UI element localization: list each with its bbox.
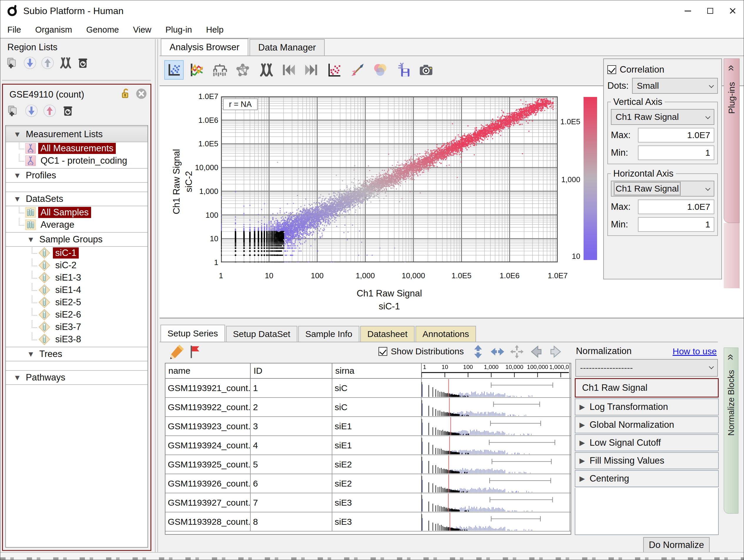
expand-vertical-icon[interactable] (471, 344, 486, 359)
tree-item-sic-1[interactable]: siC-1 (6, 247, 148, 259)
normalization-step-global-normalization[interactable]: ▶Global Normalization (575, 416, 719, 433)
export-icon[interactable] (394, 60, 413, 80)
move-all-icon[interactable] (509, 344, 524, 359)
menu-item-genome[interactable]: Genome (79, 25, 126, 35)
vertical-max-input[interactable]: 1.0E7 (638, 128, 714, 143)
close-panel-icon[interactable] (135, 87, 148, 100)
tree-item-sie3-7[interactable]: siE3-7 (6, 321, 148, 333)
skip-start-icon[interactable] (279, 60, 298, 80)
line-chart-icon[interactable] (187, 60, 207, 80)
x-tick-label: 1 (200, 271, 241, 280)
maximize-button[interactable] (699, 0, 721, 22)
vertical-axis-select[interactable]: Ch1 Raw Signal (611, 109, 714, 125)
move-down-icon[interactable] (25, 104, 38, 117)
tab-setup-dataset[interactable]: Setup DataSet (226, 326, 297, 342)
flag-icon[interactable] (187, 344, 203, 359)
how-to-use-link[interactable]: How to use (673, 346, 717, 357)
horizontal-max-input[interactable]: 1.0E7 (638, 199, 714, 214)
show-distributions-checkbox[interactable] (378, 347, 387, 356)
normalization-step-fill-missing-values[interactable]: ▶Fill Missing Values (575, 452, 719, 469)
tree-section-measurement-lists[interactable]: ▼Measurement Lists (6, 126, 148, 142)
table-row[interactable]: GSM1193924_count....4siE1 (165, 436, 571, 455)
tab-sample-info[interactable]: Sample Info (298, 326, 359, 342)
table-row[interactable]: GSM1193922_count....2siC (165, 398, 571, 417)
normalization-step-ch1-raw-signal[interactable]: Ch1 Raw Signal (575, 378, 719, 398)
add-list-icon[interactable] (6, 56, 19, 70)
menu-item-file[interactable]: File (0, 25, 28, 35)
chromosome-cut-icon[interactable] (59, 56, 72, 70)
scatter-red-icon[interactable] (325, 60, 344, 80)
tree-item-qc1-protein-coding[interactable]: QC1 - protein_coding (6, 154, 148, 167)
tree-section-profiles[interactable]: ▼Profiles (6, 168, 148, 183)
tree-section-pathways[interactable]: ▼Pathways (6, 370, 148, 385)
move-up-pink-icon[interactable] (43, 104, 57, 117)
tab-data-manager[interactable]: Data Manager (250, 39, 325, 55)
tab-setup-series[interactable]: Setup Series (160, 325, 225, 342)
dendrogram-icon[interactable] (210, 60, 229, 80)
scatter-plot-icon[interactable] (164, 60, 184, 80)
trash-icon[interactable] (76, 56, 89, 70)
tree-item-sie1-4[interactable]: siE1-4 (6, 284, 148, 296)
tree-item-all-samples[interactable]: All Samples (6, 206, 148, 219)
correlation-checkbox[interactable] (607, 65, 616, 74)
normalization-step-centering[interactable]: ▶Centering (575, 470, 719, 487)
column-header-sirna[interactable]: sirna (332, 364, 422, 378)
tab-annotations[interactable]: Annotations (415, 326, 476, 342)
prev-icon[interactable] (529, 344, 544, 359)
plugins-tab[interactable]: « Plug-ins (724, 59, 740, 223)
tree-item-sie2-6[interactable]: siE2-6 (6, 308, 148, 321)
tree-item-average[interactable]: Average (6, 219, 148, 231)
menu-item-view[interactable]: View (126, 25, 158, 35)
tree-item-all-measurements[interactable]: All Measurements (6, 142, 148, 154)
venn-icon[interactable] (371, 60, 390, 80)
collapse-chevron-icon: « (725, 65, 738, 71)
menu-item-organism[interactable]: Organism (28, 25, 79, 35)
tree-item-sie1-3[interactable]: siE1-3 (6, 271, 148, 284)
tree-item-sic-2[interactable]: siC-2 (6, 259, 148, 271)
minimize-button[interactable] (677, 0, 699, 22)
trash-icon[interactable] (61, 104, 75, 117)
dart-icon[interactable] (347, 60, 367, 80)
scatter-plot[interactable]: r = NA (221, 97, 558, 262)
tree-section-sample-groups[interactable]: ▼Sample Groups (6, 232, 148, 247)
camera-icon[interactable] (416, 60, 436, 80)
vertical-splitter[interactable] (153, 39, 159, 552)
normalization-step-log-transformation[interactable]: ▶Log Transformation (575, 399, 719, 415)
normalize-blocks-tab[interactable]: « Normalize Blocks (724, 347, 738, 514)
tab-datasheet[interactable]: Datasheet (360, 326, 415, 342)
unlock-icon[interactable] (119, 87, 132, 100)
column-header-id[interactable]: ID (251, 364, 332, 378)
vertical-min-input[interactable]: 1 (638, 145, 714, 160)
table-row[interactable]: GSM1193928_count....8siE3 (165, 512, 571, 531)
horizontal-splitter[interactable] (159, 318, 744, 324)
tree-section-trees[interactable]: ▼Trees (6, 347, 148, 361)
horizontal-axis-select[interactable]: Ch1 Raw Signal (611, 181, 714, 196)
menu-item-plug-in[interactable]: Plug-in (158, 25, 199, 35)
dots-select[interactable]: Small (632, 78, 718, 94)
table-row[interactable]: GSM1193923_count....3siE1 (165, 417, 571, 436)
chromosome-icon[interactable] (256, 60, 275, 80)
close-button[interactable] (721, 0, 744, 22)
pencil-icon[interactable] (169, 344, 185, 359)
next-icon[interactable] (548, 344, 563, 359)
skip-end-icon[interactable] (302, 60, 321, 80)
table-row[interactable]: GSM1193926_count....6siE2 (165, 474, 571, 493)
do-normalize-button[interactable]: Do Normalize (643, 537, 710, 553)
tree-item-sie3-8[interactable]: siE3-8 (6, 333, 148, 345)
table-row[interactable]: GSM1193927_count....7siE3 (165, 493, 571, 512)
tree-section-datasets[interactable]: ▼DataSets (6, 192, 148, 206)
normalization-step-low-signal-cutoff[interactable]: ▶Low Signal Cutoff (575, 434, 719, 451)
column-header-name[interactable]: name (165, 364, 251, 378)
menu-item-help[interactable]: Help (199, 25, 231, 35)
move-up-icon[interactable] (41, 56, 54, 70)
normalization-select[interactable]: ------------------ (575, 359, 718, 377)
add-list-icon[interactable] (6, 104, 20, 117)
tree-item-sie2-5[interactable]: siE2-5 (6, 296, 148, 308)
network-icon[interactable] (233, 60, 252, 80)
expand-horizontal-icon[interactable] (490, 344, 505, 359)
tab-analysis-browser[interactable]: Analysis Browser (161, 38, 248, 55)
table-row[interactable]: GSM1193921_count....1siC (165, 379, 571, 398)
move-down-icon[interactable] (23, 56, 37, 70)
table-row[interactable]: GSM1193925_count....5siE2 (165, 455, 571, 474)
horizontal-min-input[interactable]: 1 (638, 217, 714, 232)
